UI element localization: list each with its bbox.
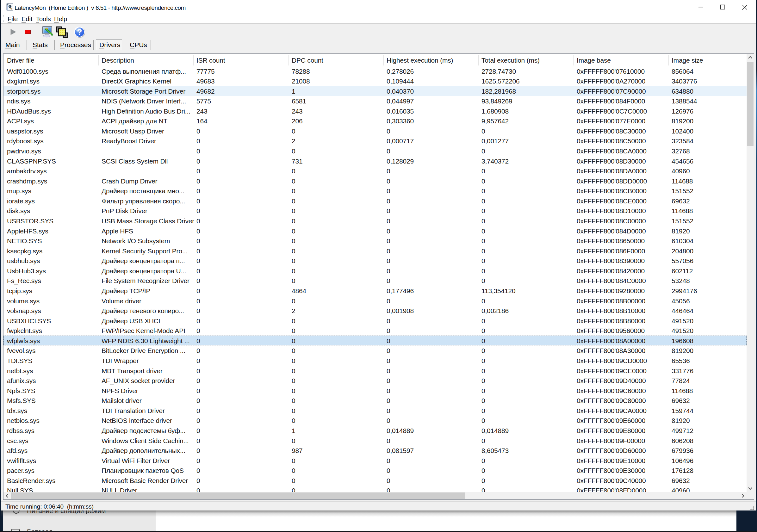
svg-text:?: ?	[77, 27, 82, 37]
